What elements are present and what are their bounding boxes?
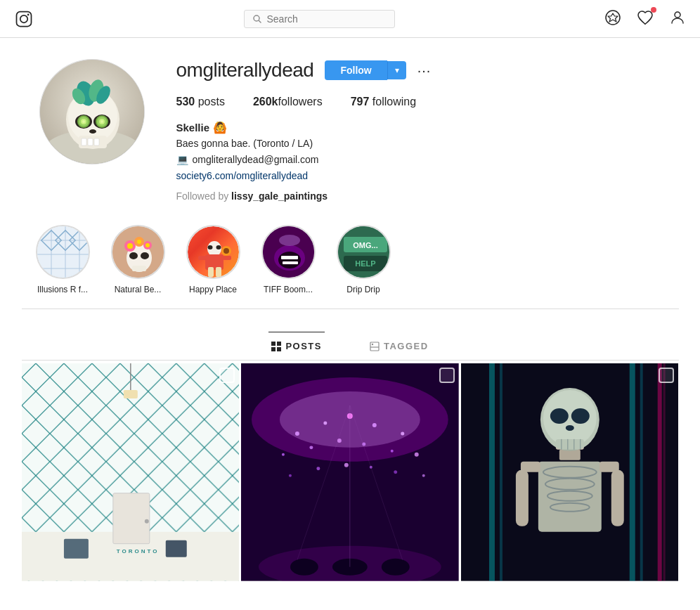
svg-rect-77 <box>370 342 379 351</box>
svg-rect-146 <box>611 470 624 526</box>
svg-rect-142 <box>538 462 602 532</box>
svg-marker-6 <box>608 13 618 22</box>
svg-rect-0 <box>17 11 32 26</box>
svg-rect-74 <box>277 342 281 346</box>
svg-point-78 <box>372 343 373 344</box>
svg-rect-124 <box>663 363 666 581</box>
grid-post-2[interactable] <box>241 363 459 581</box>
followed-by: Followed by lissy_gale_paintings <box>176 189 665 204</box>
highlight-tiff[interactable]: TIFF Boom... <box>261 225 316 294</box>
svg-rect-75 <box>271 347 276 351</box>
avatar-section <box>36 59 148 204</box>
svg-rect-73 <box>271 342 276 346</box>
nav-bar <box>0 0 700 38</box>
tabs-section: POSTS TAGGED <box>22 323 679 360</box>
svg-point-104 <box>415 453 419 457</box>
posts-stat: 530 posts <box>176 96 225 108</box>
svg-point-7 <box>675 12 680 18</box>
svg-point-141 <box>540 388 599 451</box>
svg-text:HELP: HELP <box>355 259 375 268</box>
grid-post-1[interactable]: TORONTO <box>22 363 240 581</box>
more-options-button[interactable]: ··· <box>417 63 432 79</box>
svg-point-51 <box>145 243 150 247</box>
tab-posts[interactable]: POSTS <box>268 332 325 360</box>
highlight-happy[interactable]: Happy Place <box>186 225 240 294</box>
explore-icon <box>604 9 621 26</box>
svg-rect-87 <box>63 539 88 559</box>
profile-info: omgliterallydead Follow ▾ ··· 530 posts … <box>176 59 665 204</box>
svg-rect-88 <box>165 540 186 557</box>
svg-point-94 <box>295 431 299 436</box>
svg-rect-45 <box>132 266 146 271</box>
grid-icon <box>271 342 281 351</box>
svg-text:TORONTO: TORONTO <box>116 548 159 554</box>
svg-point-47 <box>127 243 133 249</box>
svg-point-25 <box>101 120 103 123</box>
svg-point-95 <box>324 421 328 424</box>
svg-point-49 <box>137 240 141 244</box>
highlight-drip[interactable]: OMG... HELP Drip Drip <box>337 225 391 294</box>
select-checkbox-1 <box>219 368 235 383</box>
svg-point-64 <box>278 252 301 268</box>
svg-rect-65 <box>281 256 298 259</box>
followed-by-user[interactable]: lissy_gale_paintings <box>231 190 328 202</box>
svg-text:OMG...: OMG... <box>353 241 377 249</box>
svg-point-59 <box>223 248 229 254</box>
notification-badge <box>651 7 656 13</box>
svg-point-43 <box>129 252 138 259</box>
profile-icon <box>669 9 686 26</box>
svg-rect-76 <box>277 347 281 351</box>
svg-point-1 <box>20 15 28 22</box>
highlight-label: TIFF Boom... <box>264 285 313 294</box>
profile-button[interactable] <box>669 9 686 28</box>
svg-point-98 <box>401 431 404 435</box>
svg-point-114 <box>382 559 410 576</box>
following-stat[interactable]: 797 following <box>351 96 416 108</box>
svg-point-106 <box>317 467 320 470</box>
svg-rect-122 <box>640 363 643 581</box>
svg-point-2 <box>27 13 30 15</box>
tag-icon <box>370 342 380 351</box>
svg-line-4 <box>259 20 261 22</box>
bio-link[interactable]: society6.com/omgliterallydead <box>176 169 665 183</box>
svg-point-109 <box>394 470 397 474</box>
nav-actions <box>604 9 686 28</box>
svg-point-5 <box>606 11 620 25</box>
svg-rect-119 <box>489 363 495 581</box>
svg-rect-135 <box>559 450 581 460</box>
tab-tagged[interactable]: TAGGED <box>367 332 432 360</box>
bio-section: Skellie 🙆 Baes gonna bae. (Toronto / LA)… <box>176 119 665 204</box>
svg-rect-121 <box>630 363 635 581</box>
instagram-logo[interactable] <box>14 9 34 29</box>
svg-point-21 <box>82 120 85 123</box>
highlight-label: Illusions R f... <box>37 285 88 294</box>
svg-point-107 <box>344 463 349 467</box>
svg-point-3 <box>254 15 259 21</box>
search-input[interactable] <box>267 13 380 25</box>
svg-rect-145 <box>516 470 529 526</box>
search-bar[interactable] <box>244 10 395 28</box>
svg-rect-54 <box>198 256 207 260</box>
highlight-illusions[interactable]: Illusions R f... <box>36 225 90 294</box>
followers-stat[interactable]: 260kfollowers <box>253 96 323 108</box>
grid-post-3[interactable] <box>461 363 679 581</box>
profile-section: omgliterallydead Follow ▾ ··· 530 posts … <box>22 59 679 204</box>
highlight-label: Drip Drip <box>346 285 380 294</box>
svg-rect-13 <box>82 138 86 145</box>
highlight-natural[interactable]: Natural Be... <box>111 225 165 294</box>
follow-actions: Follow ▾ <box>325 60 406 80</box>
svg-point-26 <box>89 129 96 134</box>
follow-dropdown-button[interactable]: ▾ <box>387 61 406 79</box>
svg-point-99 <box>282 453 285 456</box>
svg-rect-123 <box>658 363 662 581</box>
explore-button[interactable] <box>604 9 621 28</box>
bio-tagline: Baes gonna bae. (Toronto / LA) <box>176 136 665 151</box>
svg-rect-56 <box>208 267 214 277</box>
select-checkbox-2 <box>439 368 455 383</box>
highlight-label: Natural Be... <box>115 285 162 294</box>
svg-point-67 <box>279 235 300 246</box>
svg-rect-31 <box>37 226 90 279</box>
notifications-button[interactable] <box>637 9 654 28</box>
highlight-label: Happy Place <box>189 285 237 294</box>
follow-button[interactable]: Follow <box>325 60 387 80</box>
